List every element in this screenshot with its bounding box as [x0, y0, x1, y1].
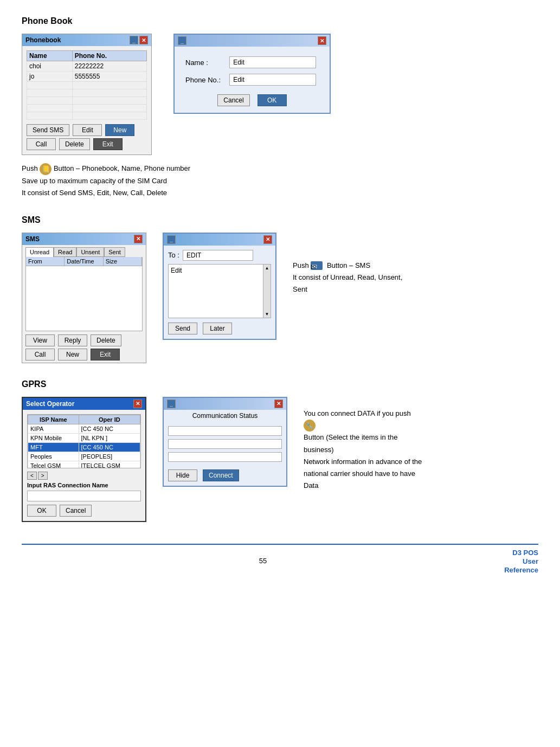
exit-button[interactable]: Exit	[93, 138, 123, 150]
pb-btn-row-1: Send SMS Edit New	[27, 124, 147, 136]
table-row[interactable]: jo 5555555	[27, 72, 147, 82]
sms-call-button[interactable]: Call	[25, 349, 55, 360]
phonebook-content: Name Phone No. choi 22222222jo 5555555 S…	[22, 46, 151, 154]
phonebook-minimize-btn[interactable]: _	[130, 36, 138, 44]
sms-compose-content: To : Edit ▲ ▼ Send Later	[164, 246, 275, 339]
view-button[interactable]: View	[25, 334, 55, 346]
compose-body[interactable]: Edit ▲ ▼	[168, 264, 271, 318]
pb-phone: 22222222	[72, 61, 146, 72]
sms-to-row: To :	[168, 250, 271, 261]
sms-close-btn[interactable]: ✕	[134, 235, 143, 243]
sms-col-from: From	[26, 257, 65, 266]
sms-row: SMS ✕ Unread Read Unsent Sent From Date/…	[22, 233, 538, 363]
sms-desc-line3: Sent	[293, 284, 402, 295]
sms-list-header: From Date/Time Size	[25, 257, 143, 266]
sms-btn-row-2: Call New Exit	[25, 349, 143, 360]
op-isp: Telcel GSM	[28, 461, 79, 468]
comm-bar-3	[168, 452, 282, 462]
gprs-cancel-button[interactable]: Cancel	[60, 505, 92, 517]
sms-buttons: View Reply Delete Call New Exit	[25, 334, 143, 360]
pb-phone: 5555555	[72, 72, 146, 82]
send-sms-button[interactable]: Send SMS	[27, 124, 69, 136]
phone-label: Phone No.:	[182, 72, 225, 88]
reply-button[interactable]: Reply	[58, 334, 87, 346]
table-row[interactable]: Peoples [PEOPLES]	[28, 452, 140, 461]
table-row[interactable]: MFT [CC 450 NC	[28, 442, 140, 452]
phonebook-close-btn[interactable]: ✕	[139, 36, 148, 44]
sms-title: SMS	[22, 215, 538, 225]
op-isp: KIPA	[28, 424, 79, 433]
tab-unsent[interactable]: Unsent	[76, 247, 104, 257]
table-row[interactable]: KIPA [CC 450 NC	[28, 424, 140, 433]
call-button[interactable]: Call	[27, 138, 56, 150]
ras-input[interactable]	[27, 491, 141, 501]
edit-form: Name : Phone No.: Cancel OK	[175, 47, 330, 113]
phone-input[interactable]	[229, 74, 316, 86]
edit-button[interactable]: Edit	[73, 124, 102, 136]
comm-close-btn[interactable]: ✕	[274, 400, 283, 408]
select-op-close-btn[interactable]: ✕	[133, 400, 142, 408]
pb-name: jo	[27, 72, 73, 82]
cancel-button[interactable]: Cancel	[217, 94, 249, 106]
op-oper: [PEOPLES]	[79, 452, 140, 461]
sms-new-button[interactable]: New	[58, 349, 87, 360]
select-op-content: ISP Name Oper ID KIPA [CC 450 NC KPN Mob…	[23, 410, 145, 521]
tab-unread[interactable]: Unread	[25, 247, 54, 257]
op-oper: [TELCEL GSM	[79, 461, 140, 468]
table-row[interactable]: Telcel GSM [TELCEL GSM	[28, 461, 140, 468]
gprs-desc-line3: Network information in advance of the	[304, 456, 423, 468]
compose-buttons: Send Later	[168, 323, 271, 334]
sms-compose-close-btn[interactable]: ✕	[263, 235, 272, 244]
phonebook-titlebar-label: Phonebook	[25, 36, 61, 44]
pb-col-name: Name	[27, 51, 73, 61]
ok-button[interactable]: OK	[258, 94, 287, 106]
hide-button[interactable]: Hide	[168, 469, 197, 481]
delete-button[interactable]: Delete	[59, 138, 90, 150]
edit-close-btn[interactable]: ✕	[318, 36, 326, 45]
scroll-down-icon[interactable]: ▼	[265, 312, 269, 317]
sms-window: SMS ✕ Unread Read Unsent Sent From Date/…	[22, 233, 146, 363]
op-col-isp: ISP Name	[28, 415, 79, 424]
pb-name: choi	[27, 61, 73, 72]
compose-body-text: Edit	[171, 267, 182, 274]
later-button[interactable]: Later	[203, 323, 232, 334]
connect-button[interactable]: Connect	[203, 469, 239, 481]
phonebook-section: Phone Book Phonebook _ ✕ Name Phone No.	[22, 16, 538, 199]
phonebook-titlebar: Phonebook _ ✕	[22, 34, 151, 46]
to-input[interactable]	[183, 250, 253, 261]
edit-minimize-btn[interactable]: _	[178, 36, 186, 45]
send-button[interactable]: Send	[168, 323, 197, 334]
sms-compose-titlebar: _ ✕	[164, 234, 275, 246]
scroll-right-btn[interactable]: >	[38, 472, 48, 480]
sms-col-size: Size	[104, 257, 142, 266]
scroll-up-icon[interactable]: ▲	[265, 266, 269, 271]
op-scroll-row: < >	[27, 472, 141, 480]
tab-read[interactable]: Read	[54, 247, 76, 257]
sms-compose-minimize-btn[interactable]: _	[167, 235, 176, 244]
sms-delete-button[interactable]: Delete	[91, 334, 121, 346]
sms-section: SMS SMS ✕ Unread Read Unsent Sent From D…	[22, 215, 538, 363]
footer-brand-text: D3 POS User Reference	[504, 549, 538, 574]
table-row[interactable]: KPN Mobile [NL KPN ]	[28, 433, 140, 442]
compose-scrollbar[interactable]: ▲ ▼	[263, 265, 271, 318]
scroll-left-btn[interactable]: <	[27, 472, 37, 480]
comm-minimize-btn[interactable]: _	[167, 400, 176, 408]
new-button[interactable]: New	[105, 124, 134, 136]
sms-exit-button[interactable]: Exit	[91, 349, 120, 360]
scroll-arrows: < >	[27, 472, 48, 480]
gprs-ok-button[interactable]: OK	[27, 505, 56, 517]
gprs-desc-line1: You con connect DATA if you push 🔧	[304, 408, 423, 432]
pb-push-text: Push	[22, 164, 38, 172]
name-input[interactable]	[229, 56, 316, 68]
page-number: 55	[22, 557, 504, 565]
comm-bar-1	[168, 426, 282, 436]
op-isp: KPN Mobile	[28, 433, 79, 442]
table-row[interactable]: choi 22222222	[27, 61, 147, 72]
edit-form-table: Name : Phone No.:	[181, 53, 323, 89]
op-col-oper: Oper ID	[79, 415, 140, 424]
op-isp: Peoples	[28, 452, 79, 461]
tab-sent[interactable]: Sent	[104, 247, 125, 257]
operator-table: ISP Name Oper ID KIPA [CC 450 NC KPN Mob…	[28, 415, 140, 468]
gprs-title: GPRS	[22, 379, 538, 389]
comm-bar-2	[168, 439, 282, 449]
